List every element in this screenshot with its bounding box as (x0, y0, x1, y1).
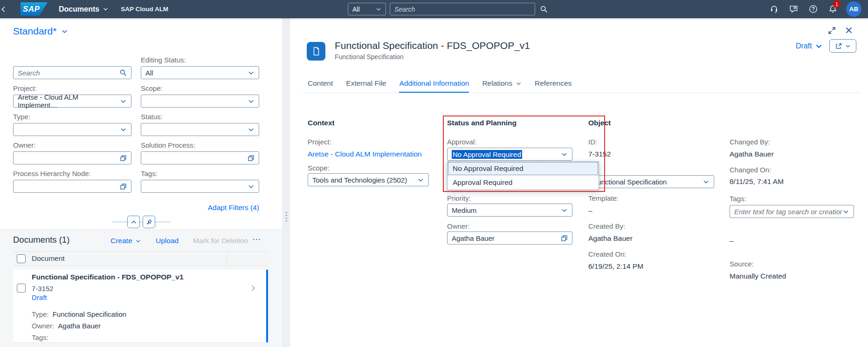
editing-status-select[interactable]: All (141, 66, 259, 79)
value-help-icon[interactable] (120, 155, 127, 162)
chevron-down-icon (120, 126, 127, 133)
search-icon[interactable] (119, 69, 127, 76)
overflow-icon[interactable]: ⋯ (252, 234, 261, 245)
back-icon[interactable] (0, 6, 16, 13)
row-checkbox[interactable] (17, 284, 26, 293)
app-title-menu[interactable]: Documents (59, 5, 109, 14)
tab-additional-information[interactable]: Additional Information (399, 79, 469, 93)
template-value: – (588, 206, 592, 215)
chevron-down-icon (120, 98, 127, 105)
approval-option-no-approval-required[interactable]: No Approval Required (448, 162, 599, 176)
detail-owner-input[interactable]: Agatha Bauer (447, 231, 572, 245)
approval-dropdown-list: No Approval Required Approval Required (447, 161, 599, 190)
owner-input[interactable] (13, 151, 131, 164)
document-owner-attr: Owner:Agatha Bauer (32, 322, 101, 330)
source-value: Manually Created (730, 272, 786, 280)
status-dropdown[interactable]: Draft (796, 42, 822, 50)
status-select[interactable] (141, 123, 259, 136)
shell-bar: SAP Documents SAP Cloud ALM All 1 AB (0, 0, 868, 18)
detail-owner-value: Agatha Bauer (452, 234, 561, 242)
collapse-filter-button[interactable] (127, 216, 140, 228)
created-by-value: Agatha Bauer (588, 234, 633, 243)
upload-button[interactable]: Upload (156, 237, 179, 245)
support-headset-icon[interactable] (764, 0, 784, 18)
splitter-handle[interactable] (282, 18, 290, 347)
object-type-value: Functional Specification (593, 178, 703, 186)
status-planning-heading: Status and Planning (447, 119, 517, 127)
document-title: Functional Specification - FDS_OPOPOP_v1 (32, 273, 184, 281)
approval-combobox[interactable]: No Approval Required (447, 148, 572, 161)
chevron-down-icon (561, 207, 568, 214)
create-button[interactable]: Create (110, 237, 141, 245)
adapt-filters-link[interactable]: Adapt Filters (4) (208, 204, 259, 212)
chevron-down-icon (703, 178, 710, 185)
pin-icon (146, 219, 152, 225)
process-hierarchy-node-input[interactable] (13, 180, 131, 193)
tags-select[interactable] (141, 180, 259, 193)
object-id-value: 7-3152 (588, 150, 611, 158)
tab-relations[interactable]: Relations (482, 79, 522, 93)
owner-label: Owner: (13, 141, 131, 151)
value-help-icon[interactable] (561, 235, 568, 242)
chevron-down-icon (561, 151, 568, 158)
notification-badge: 1 (833, 0, 840, 8)
filter-search-box (13, 66, 131, 79)
shell-search-input[interactable] (394, 6, 530, 13)
documents-list-header: Documents (1) Create Upload Mark for Del… (0, 230, 282, 249)
context-scope-select[interactable]: Tools and Technologies (2502) (308, 173, 429, 186)
help-icon[interactable] (803, 0, 823, 18)
pin-filter-button[interactable] (143, 216, 155, 228)
detail-tags-input[interactable] (734, 208, 842, 216)
app-title: Documents (59, 5, 99, 14)
avatar[interactable]: AB (846, 1, 861, 17)
changed-on-value: 8/11/25, 7:41 AM (730, 177, 784, 186)
value-help-icon[interactable] (120, 183, 127, 190)
object-type-select[interactable]: Functional Specification (588, 175, 714, 188)
source-label: Source: (730, 260, 754, 268)
chevron-down-icon (845, 43, 851, 49)
document-type-attr: Type:Functional Specification (32, 310, 126, 318)
notifications-bell-icon[interactable]: 1 (823, 0, 842, 18)
share-button[interactable] (829, 39, 856, 53)
document-row[interactable]: Functional Specification - FDS_OPOPOP_v1… (13, 270, 268, 343)
approval-option-approval-required[interactable]: Approval Required (448, 176, 599, 190)
filter-bar-footer (0, 216, 282, 228)
chevron-right-icon (250, 285, 256, 291)
scope-select[interactable] (141, 95, 259, 108)
priority-select[interactable]: Medium (447, 204, 572, 217)
type-label: Type: (13, 113, 131, 123)
view-selector[interactable]: Standard* (13, 26, 68, 37)
navigated-row-indicator (266, 270, 268, 342)
tab-relations-label: Relations (482, 79, 512, 88)
solution-process-input[interactable] (141, 151, 259, 164)
approval-value: No Approval Required (452, 150, 522, 159)
select-all-checkbox[interactable] (17, 254, 26, 263)
search-icon[interactable] (540, 5, 548, 13)
documents-table-header: Document (13, 251, 268, 266)
chevron-down-icon (61, 28, 68, 35)
project-select[interactable]: Aretse - Cloud ALM Implement… (13, 95, 131, 108)
collapse-icon (131, 219, 137, 225)
chevron-down-icon (248, 183, 255, 190)
search-scope-select[interactable]: All (348, 3, 386, 15)
detail-subtitle: Functional Specification (335, 53, 404, 61)
filter-editing-status: Editing Status: All (141, 56, 259, 79)
expand-icon[interactable] (827, 26, 838, 36)
context-project-link[interactable]: Aretse - Cloud ALM Implementation (308, 150, 422, 158)
context-heading: Context (308, 119, 335, 127)
approval-label: Approval: (447, 138, 476, 146)
created-on-label: Created On: (588, 250, 627, 258)
template-label: Template: (588, 194, 619, 202)
value-help-icon[interactable] (248, 155, 255, 162)
type-select[interactable] (13, 123, 131, 136)
close-icon[interactable] (845, 26, 855, 36)
mark-for-deletion-button[interactable]: Mark for Deletion (193, 237, 248, 245)
tab-content[interactable]: Content (308, 79, 333, 93)
document-column-header: Document (32, 254, 65, 263)
filter-search-input[interactable] (18, 69, 119, 77)
context-project-label: Project: (308, 138, 331, 146)
tab-external-file[interactable]: External File (346, 79, 386, 93)
document-tags-attr: Tags: (32, 333, 52, 341)
feedback-icon[interactable] (784, 0, 803, 18)
tab-references[interactable]: References (535, 79, 572, 93)
